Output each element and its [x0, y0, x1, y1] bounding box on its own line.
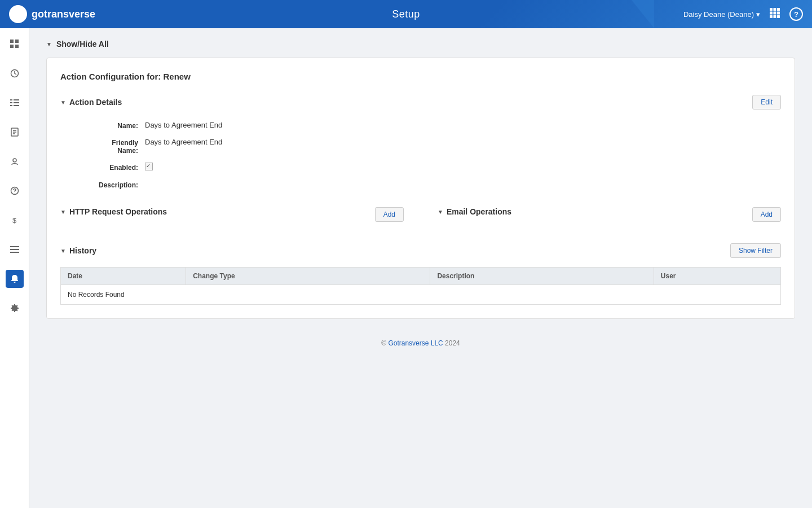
friendly-name-row: FriendlyName: Days to Agreement End — [83, 138, 781, 155]
svg-rect-14 — [15, 45, 19, 48]
footer-copyright: © — [381, 339, 388, 347]
svg-rect-17 — [14, 99, 19, 100]
svg-rect-6 — [774, 12, 776, 15]
sidebar-icon-question[interactable] — [6, 182, 24, 200]
page-title: Setup — [392, 8, 420, 20]
action-config-card: Action Configuration for: Renew ▼ Action… — [46, 58, 795, 319]
history-table: Date Change Type Description User No Rec… — [60, 267, 781, 305]
no-records-cell: No Records Found — [61, 285, 781, 305]
sidebar-icon-lines[interactable] — [6, 240, 24, 259]
sidebar: $ — [0, 28, 29, 508]
svg-rect-10 — [777, 15, 780, 18]
svg-point-1 — [17, 14, 19, 16]
sidebar-icon-document[interactable] — [6, 123, 24, 141]
edit-button[interactable]: Edit — [752, 95, 781, 110]
card-title: Action Configuration for: Renew — [60, 72, 781, 81]
description-label: Description: — [83, 180, 145, 189]
user-menu[interactable]: Daisy Deane (Deane) ▾ — [683, 10, 760, 19]
history-title: History — [69, 246, 96, 255]
sidebar-icon-grid[interactable] — [6, 35, 24, 53]
name-label: Name: — [83, 121, 145, 130]
footer: © Gotransverse LLC 2024 — [46, 330, 795, 356]
svg-rect-8 — [770, 15, 773, 18]
show-hide-label: Show/Hide All — [56, 40, 109, 49]
table-header: Date Change Type Description User — [61, 268, 781, 285]
email-add-button[interactable]: Add — [752, 207, 781, 222]
section-collapse-icon[interactable]: ▼ — [60, 99, 66, 106]
col-date: Date — [61, 268, 186, 285]
nav-right: Daisy Deane (Deane) ▾ ? — [683, 7, 803, 21]
svg-rect-26 — [10, 246, 19, 247]
enabled-checkbox — [145, 163, 153, 172]
svg-rect-18 — [10, 102, 12, 103]
col-change-type: Change Type — [186, 268, 430, 285]
name-value: Days to Agreement End — [145, 121, 222, 129]
sidebar-icon-clock[interactable] — [6, 64, 24, 82]
table-header-row: Date Change Type Description User — [61, 268, 781, 285]
logo[interactable]: gotransverse — [9, 5, 95, 23]
logo-text: gotransverse — [32, 8, 95, 20]
sidebar-icon-dollar[interactable]: $ — [6, 211, 24, 229]
svg-rect-2 — [770, 8, 773, 11]
footer-year: 2024 — [443, 339, 460, 347]
svg-rect-5 — [770, 12, 773, 15]
action-details-left: ▼ Action Details — [60, 98, 122, 107]
history-collapse-icon[interactable]: ▼ — [60, 248, 66, 254]
http-collapse-icon[interactable]: ▼ — [60, 209, 66, 215]
show-filter-button[interactable]: Show Filter — [730, 243, 781, 258]
footer-link[interactable]: Gotransverse LLC — [388, 339, 443, 347]
action-details-fields: Name: Days to Agreement End FriendlyName… — [60, 121, 781, 189]
svg-rect-12 — [15, 40, 19, 43]
table-row: No Records Found — [61, 285, 781, 305]
action-details-header: ▼ Action Details Edit — [60, 95, 781, 110]
table-body: No Records Found — [61, 285, 781, 305]
svg-rect-9 — [774, 15, 776, 18]
history-section: ▼ History Show Filter Date Change Type D… — [60, 243, 781, 305]
sidebar-icon-settings[interactable] — [6, 299, 24, 317]
svg-text:$: $ — [12, 216, 17, 225]
svg-rect-19 — [14, 102, 19, 103]
email-operations-col: ▼ Email Operations Add — [438, 207, 781, 225]
col-description: Description — [430, 268, 654, 285]
sidebar-icon-badge[interactable] — [6, 152, 24, 170]
svg-rect-28 — [10, 252, 19, 253]
name-row: Name: Days to Agreement End — [83, 121, 781, 130]
help-icon[interactable]: ? — [789, 7, 803, 21]
action-details-title: Action Details — [69, 98, 122, 107]
triangle-down-icon: ▼ — [46, 41, 52, 47]
friendly-name-value: Days to Agreement End — [145, 138, 222, 146]
main-layout: $ ▼ Show/Hide All — [0, 28, 812, 508]
email-collapse-icon[interactable]: ▼ — [438, 209, 443, 215]
svg-rect-7 — [777, 12, 780, 15]
enabled-row: Enabled: — [83, 163, 781, 172]
svg-rect-27 — [10, 249, 19, 250]
sidebar-icon-bell[interactable] — [6, 270, 24, 288]
http-add-button[interactable]: Add — [375, 207, 404, 222]
sidebar-icon-list[interactable] — [6, 94, 24, 112]
history-header: ▼ History Show Filter — [60, 243, 781, 258]
svg-rect-20 — [10, 105, 12, 106]
svg-point-23 — [13, 159, 16, 162]
friendly-name-label: FriendlyName: — [83, 138, 145, 155]
http-operations-header: ▼ HTTP Request Operations — [60, 207, 167, 216]
apps-icon[interactable] — [769, 7, 780, 21]
show-hide-all[interactable]: ▼ Show/Hide All — [46, 40, 795, 49]
email-operations-header: ▼ Email Operations — [438, 207, 511, 216]
svg-rect-13 — [10, 45, 14, 48]
operations-row: ▼ HTTP Request Operations Add ▼ Email Op… — [60, 207, 781, 225]
email-operations-title: Email Operations — [447, 207, 511, 216]
svg-rect-21 — [14, 105, 19, 106]
history-left: ▼ History — [60, 246, 96, 255]
logo-icon — [9, 5, 27, 23]
description-row: Description: — [83, 180, 781, 189]
svg-rect-11 — [10, 40, 14, 43]
http-operations-title: HTTP Request Operations — [69, 207, 167, 216]
action-details-section: ▼ Action Details Edit Name: Days to Agre… — [60, 95, 781, 189]
enabled-label: Enabled: — [83, 163, 145, 172]
checkbox-icon — [145, 163, 153, 170]
col-user: User — [654, 268, 780, 285]
main-content: ▼ Show/Hide All Action Configuration for… — [29, 28, 812, 508]
svg-rect-3 — [774, 8, 776, 11]
top-navigation: gotransverse Setup Daisy Deane (Deane) ▾… — [0, 0, 812, 28]
http-operations-col: ▼ HTTP Request Operations Add — [60, 207, 404, 225]
